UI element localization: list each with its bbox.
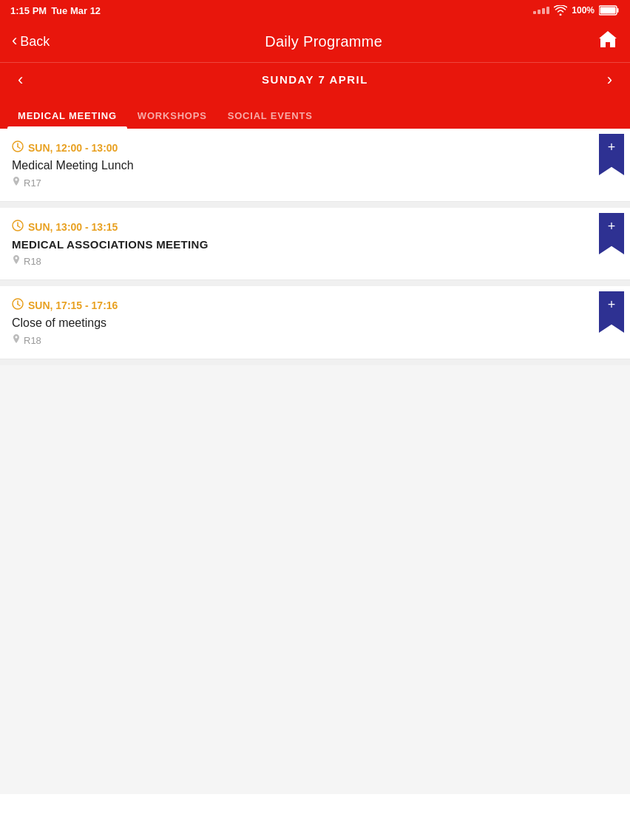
event-title: Medical Meeting Lunch	[12, 159, 586, 172]
event-time-row: SUN, 12:00 - 13:00	[12, 140, 586, 155]
event-time-label: SUN, 17:15 - 17:16	[28, 299, 118, 311]
divider	[0, 202, 630, 208]
pin-icon	[12, 334, 21, 347]
event-time-label: SUN, 12:00 - 13:00	[28, 142, 118, 154]
clock-icon	[12, 298, 24, 312]
event-location: R18	[12, 255, 586, 268]
svg-line-11	[18, 305, 20, 306]
wifi-icon	[554, 5, 567, 16]
bookmark-button[interactable]: +	[593, 286, 630, 338]
tab-workshops[interactable]: WORKSHOPS	[127, 103, 217, 129]
back-button[interactable]: ‹ Back	[12, 34, 50, 50]
event-location: R18	[12, 334, 586, 347]
bookmark-icon: +	[599, 213, 624, 254]
event-location-text: R18	[24, 256, 41, 267]
signal-icon	[533, 7, 549, 14]
bookmark-icon: +	[599, 291, 624, 333]
page-title: Daily Programme	[265, 33, 382, 50]
nav-bar: ‹ Back Daily Programme	[0, 21, 630, 62]
svg-rect-1	[600, 7, 616, 14]
pin-icon	[12, 177, 21, 189]
tabs-bar: MEDICAL MEETING WORKSHOPS SOCIAL EVENTS	[0, 96, 630, 129]
prev-date-button[interactable]: ‹	[12, 64, 29, 95]
event-time-row: SUN, 17:15 - 17:16	[12, 298, 586, 312]
content-area: SUN, 12:00 - 13:00 Medical Meeting Lunch…	[0, 129, 630, 794]
event-location-text: R17	[24, 177, 41, 189]
event-title: MEDICAL ASSOCIATIONS MEETING	[12, 238, 586, 251]
table-row: SUN, 17:15 - 17:16 Close of meetings R18…	[0, 286, 630, 359]
date-nav: ‹ SUNDAY 7 APRIL ›	[0, 62, 630, 96]
current-date: SUNDAY 7 APRIL	[262, 73, 368, 86]
back-chevron-icon: ‹	[12, 33, 17, 49]
divider	[0, 359, 630, 365]
event-location: R17	[12, 177, 586, 189]
clock-icon	[12, 140, 24, 155]
bookmark-icon: +	[599, 134, 624, 175]
tab-medical-meeting[interactable]: MEDICAL MEETING	[7, 103, 127, 129]
battery-icon	[599, 5, 620, 16]
pin-icon	[12, 255, 21, 268]
clock-icon	[12, 220, 24, 234]
event-location-text: R18	[24, 335, 41, 346]
svg-line-5	[18, 147, 20, 149]
divider	[0, 280, 630, 286]
svg-line-8	[18, 226, 20, 228]
status-time: 1:15 PM	[10, 5, 47, 16]
event-title: Close of meetings	[12, 316, 586, 330]
event-time-label: SUN, 13:00 - 13:15	[28, 221, 118, 233]
home-icon	[597, 30, 618, 49]
status-bar: 1:15 PM Tue Mar 12 100%	[0, 0, 630, 21]
battery-level: 100%	[572, 5, 595, 16]
svg-rect-2	[617, 8, 619, 13]
bookmark-button[interactable]: +	[593, 208, 630, 260]
event-time-row: SUN, 13:00 - 13:15	[12, 220, 586, 234]
table-row: SUN, 13:00 - 13:15 MEDICAL ASSOCIATIONS …	[0, 208, 630, 280]
home-button[interactable]	[597, 30, 618, 53]
status-date: Tue Mar 12	[51, 5, 101, 16]
bookmark-button[interactable]: +	[593, 129, 630, 180]
table-row: SUN, 12:00 - 13:00 Medical Meeting Lunch…	[0, 129, 630, 202]
next-date-button[interactable]: ›	[601, 64, 618, 95]
tab-social-events[interactable]: SOCIAL EVENTS	[217, 103, 323, 129]
back-label: Back	[20, 34, 50, 50]
